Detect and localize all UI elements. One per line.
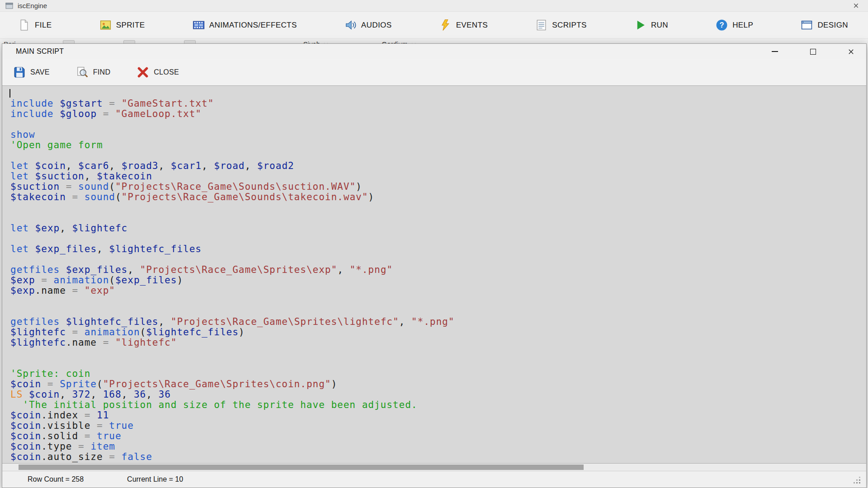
find-icon [76, 66, 89, 79]
code-token: , [122, 389, 134, 400]
script-icon [535, 19, 547, 31]
code-token: include [10, 98, 54, 109]
font-color-select[interactable]: Siyah [303, 40, 329, 43]
app-titlebar: iscEngine [0, 0, 868, 12]
menu-item-label: SPRITE [116, 21, 145, 30]
menu-item-design[interactable]: DESIGN [801, 19, 848, 31]
code-token: $lightefc_files [109, 244, 202, 254]
code-token: "Projects\Race_Game\Sprites\lightefc" [171, 316, 399, 327]
code-token [54, 98, 60, 109]
resize-grip[interactable] [854, 477, 861, 484]
code-token: "Projects\Race_Game\Sprites\coin.png" [103, 379, 331, 389]
code-token: $car6 [78, 160, 109, 171]
menu-item-sprite[interactable]: SPRITE [99, 19, 145, 31]
code-token: ( [109, 275, 115, 286]
code-token: 'The initial position and size of the sp… [10, 399, 417, 410]
code-token: = [97, 108, 115, 119]
window-controls [749, 44, 866, 59]
code-line [10, 254, 866, 265]
menu-item-animations[interactable]: ANIMATIONS/EFFECTS [193, 19, 297, 31]
menu-item-label: EVENTS [456, 21, 488, 30]
menu-item-label: RUN [651, 21, 668, 30]
code-token: include [10, 108, 54, 119]
close-button[interactable]: CLOSE [137, 66, 179, 79]
code-token: = [72, 441, 90, 452]
horizontal-scrollbar[interactable] [2, 464, 866, 471]
app-close-button[interactable] [847, 0, 864, 11]
code-token: $exp [35, 223, 60, 234]
code-token [29, 244, 35, 254]
code-token [60, 316, 66, 327]
bg-toolbar-mini-button[interactable] [63, 40, 75, 43]
code-line: let $suction, $takecoin [10, 171, 866, 182]
code-token: = [60, 181, 78, 192]
close-button[interactable] [839, 44, 863, 59]
code-token: $lightefc_files [66, 316, 159, 327]
find-button[interactable]: FIND [76, 66, 111, 79]
code-token: 36 [134, 389, 146, 400]
code-token: $exp [10, 275, 35, 286]
code-token: 168 [103, 389, 122, 400]
code-token: $suction [35, 171, 85, 182]
code-token: $road2 [257, 160, 294, 171]
code-token: let [10, 244, 29, 254]
code-line: $coin.visible = true [10, 421, 866, 431]
bg-toolbar-mini-button[interactable] [123, 40, 135, 43]
minimize-button[interactable] [763, 44, 787, 59]
bg-toolbar-label: Peri [4, 40, 16, 43]
code-token: = [103, 98, 122, 109]
scrollbar-thumb[interactable] [19, 465, 584, 470]
code-line: $lightefc.name = "lightefc" [10, 338, 866, 348]
code-token: , [97, 244, 109, 254]
more-button[interactable]: ... [496, 40, 505, 43]
screen: { "app": { "title": "iscEngine" }, "menu… [0, 0, 868, 488]
select-value: Siyah [303, 40, 321, 43]
code-token: $takecoin [10, 192, 66, 202]
code-token: getfiles [10, 316, 60, 327]
code-token [29, 223, 35, 234]
code-token: $coin [10, 431, 41, 441]
code-token: , [202, 160, 214, 171]
code-line [10, 296, 866, 306]
code-line: let $exp_files, $lightefc_files [10, 244, 866, 254]
code-line: include $gstart = "GameStart.txt" [10, 99, 866, 109]
code-token: $lightefc [10, 337, 66, 348]
code-token: , [158, 160, 170, 171]
code-token: , [90, 389, 103, 400]
code-editor[interactable]: include $gstart = "GameStart.txt"include… [2, 85, 866, 464]
menu-item-scripts[interactable]: SCRIPTS [535, 19, 586, 31]
menu-item-audios[interactable]: AUDIOS [344, 19, 392, 31]
maximize-button[interactable] [801, 44, 825, 59]
code-line [10, 306, 866, 317]
code-line: 'Sprite: coin [10, 369, 866, 379]
code-token: ( [140, 327, 146, 338]
code-token: $suction [10, 181, 60, 192]
code-token: $exp_files [35, 244, 97, 254]
save-button[interactable]: SAVE [13, 66, 50, 79]
menu-item-run[interactable]: RUN [634, 19, 668, 31]
code-token: $coin [10, 410, 41, 421]
font-name-select[interactable]: Gordium [382, 40, 416, 43]
menu-item-label: DESIGN [817, 21, 848, 30]
code-token: .name [35, 285, 66, 296]
script-window-titlebar[interactable]: MAIN SCRIPT [2, 44, 866, 59]
code-token: = [97, 337, 115, 348]
code-token: 'Open game form [10, 140, 103, 150]
code-token [29, 171, 35, 182]
code-token: ) [368, 192, 374, 202]
app-title: iscEngine [18, 2, 47, 9]
code-token [60, 264, 66, 275]
code-token: $gloop [60, 108, 97, 119]
code-token: $coin [10, 379, 41, 389]
code-token: $road [214, 160, 245, 171]
menu-item-events[interactable]: EVENTS [439, 19, 488, 31]
bg-toolbar-mini-button[interactable] [184, 40, 196, 43]
menu-item-file[interactable]: FILE [18, 19, 52, 31]
background-toolbar-inner: PeriSiyahGordium... [0, 39, 868, 43]
code-token [23, 389, 29, 400]
code-token: $exp_files [66, 264, 127, 275]
menu-item-help[interactable]: ?HELP [716, 19, 753, 31]
code-line [10, 234, 866, 244]
code-token: $coin [10, 420, 41, 431]
code-token: "*.png" [411, 316, 455, 327]
